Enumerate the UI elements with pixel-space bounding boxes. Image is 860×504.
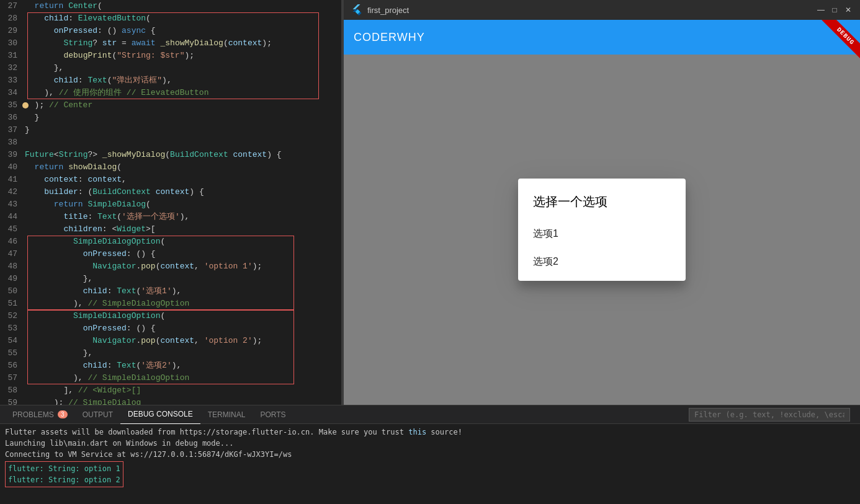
code-line-51: 51 ), // SimpleDialogOption bbox=[0, 298, 341, 310]
tab-debug-console[interactable]: DEBUG CONSOLE bbox=[120, 405, 200, 424]
code-line-37: 37 } bbox=[0, 124, 341, 136]
console-output: Flutter assets will be downloaded from h… bbox=[0, 424, 860, 504]
tab-terminal[interactable]: TERMINAL bbox=[200, 405, 253, 424]
flutter-title-left: first_project bbox=[351, 4, 409, 15]
console-line-3: Connecting to VM Service at ws://127.0.0… bbox=[5, 449, 855, 460]
flutter-appbar: CODERWHY DEBUG bbox=[344, 20, 860, 55]
dialog-title: 选择一个选项 bbox=[533, 193, 671, 210]
code-line-32: 32 }, bbox=[0, 62, 341, 74]
flutter-logo-icon bbox=[351, 4, 362, 15]
flutter-app: CODERWHY DEBUG 选择一个选项 选项1 选项2 bbox=[344, 20, 860, 405]
flutter-titlebar: first_project — □ ✕ bbox=[344, 0, 860, 20]
bottom-panel: PROBLEMS 3 OUTPUT DEBUG CONSOLE TERMINAL… bbox=[0, 405, 860, 504]
code-editor: 27 return Center( 28 child: ElevatedButt… bbox=[0, 0, 341, 405]
code-line-57: 57 ), // SimpleDialogOption bbox=[0, 372, 341, 384]
console-line-4: flutter: String: option 1 bbox=[8, 463, 120, 474]
code-line-43: 43 return SimpleDialog( bbox=[0, 198, 341, 211]
code-line-45: 45 children: <Widget>[ bbox=[0, 223, 341, 236]
code-line-44: 44 title: Text('选择一个选项'), bbox=[0, 211, 341, 223]
code-line-28: 28 child: ElevatedButton( bbox=[0, 12, 341, 25]
code-line-34: 34 ), // 使用你的组件 // ElevatedButton bbox=[0, 87, 341, 99]
code-line-49: 49 }, bbox=[0, 273, 341, 285]
dialog-option-2[interactable]: 选项2 bbox=[533, 248, 671, 276]
close-button[interactable]: ✕ bbox=[844, 6, 853, 14]
flutter-title-controls: — □ ✕ bbox=[817, 6, 853, 14]
code-line-46: 46 SimpleDialogOption( bbox=[0, 236, 341, 248]
code-line-38: 38 bbox=[0, 136, 341, 149]
bottom-tabs: PROBLEMS 3 OUTPUT DEBUG CONSOLE TERMINAL… bbox=[0, 405, 860, 424]
code-line-50: 50 child: Text('选项1'), bbox=[0, 285, 341, 298]
console-line-5: flutter: String: option 2 bbox=[8, 474, 120, 485]
debug-ribbon: DEBUG bbox=[822, 20, 860, 60]
code-line-59: 59 ); // SimpleDialog bbox=[0, 397, 341, 405]
code-line-52: 52 SimpleDialogOption( bbox=[0, 310, 341, 322]
code-line-29: 29 onPressed: () async { bbox=[0, 25, 341, 37]
code-line-35: 35 ); // Center bbox=[0, 99, 341, 112]
code-line-48: 48 Navigator.pop(context, 'option 1'); bbox=[0, 260, 341, 273]
console-filter-input[interactable] bbox=[689, 408, 850, 422]
code-line-41: 41 context: context, bbox=[0, 174, 341, 186]
flutter-body: 选择一个选项 选项1 选项2 bbox=[344, 55, 860, 405]
dialog-option-1[interactable]: 选项1 bbox=[533, 220, 671, 248]
problems-badge: 3 bbox=[58, 410, 68, 418]
maximize-button[interactable]: □ bbox=[830, 6, 839, 14]
tab-output[interactable]: OUTPUT bbox=[75, 405, 120, 424]
console-line-2: Launching lib\main.dart on Windows in de… bbox=[5, 438, 855, 449]
main-area: 27 return Center( 28 child: ElevatedButt… bbox=[0, 0, 860, 405]
code-line-30: 30 String? str = await _showMyDialog(con… bbox=[0, 37, 341, 50]
code-line-39: 39 Future<String?> _showMyDialog(BuildCo… bbox=[0, 149, 341, 161]
code-line-58: 58 ], // <Widget>[] bbox=[0, 384, 341, 397]
simple-dialog: 选择一个选项 选项1 选项2 bbox=[518, 179, 686, 281]
minimize-button[interactable]: — bbox=[817, 6, 825, 14]
code-line-36: 36 } bbox=[0, 112, 341, 124]
flutter-panel: first_project — □ ✕ CODERWHY DEBUG 选择一个选… bbox=[344, 0, 860, 405]
code-line-54: 54 Navigator.pop(context, 'option 2'); bbox=[0, 335, 341, 347]
code-line-56: 56 child: Text('选项2'), bbox=[0, 360, 341, 372]
code-line-55: 55 }, bbox=[0, 347, 341, 360]
code-line-40: 40 return showDialog( bbox=[0, 161, 341, 174]
tab-problems[interactable]: PROBLEMS 3 bbox=[5, 405, 75, 424]
code-line-53: 53 onPressed: () { bbox=[0, 322, 341, 335]
code-line-31: 31 debugPrint("String: $str"); bbox=[0, 50, 341, 62]
flutter-appbar-title: CODERWHY bbox=[354, 31, 425, 44]
tab-ports[interactable]: PORTS bbox=[253, 405, 293, 424]
breakpoint-dot bbox=[22, 102, 29, 108]
flutter-window-title: first_project bbox=[367, 6, 409, 15]
code-line-33: 33 child: Text("弹出对话框"), bbox=[0, 74, 341, 87]
code-line-27: 27 return Center( bbox=[0, 0, 341, 12]
console-line-1: Flutter assets will be downloaded from h… bbox=[5, 427, 855, 438]
code-line-47: 47 onPressed: () { bbox=[0, 248, 341, 260]
code-line-42: 42 builder: (BuildContext context) { bbox=[0, 186, 341, 198]
